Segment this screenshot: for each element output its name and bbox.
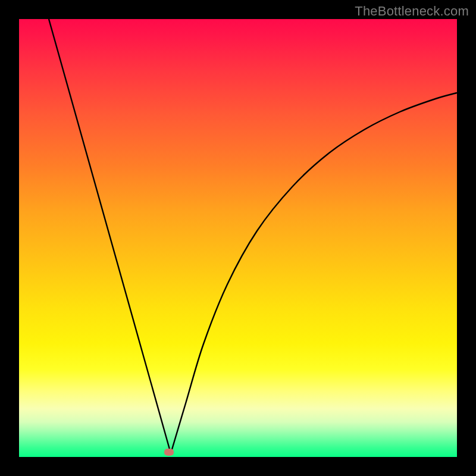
bottleneck-curve [19, 19, 457, 457]
dip-marker [164, 449, 174, 456]
plot-area [19, 19, 457, 457]
watermark-text: TheBottleneck.com [355, 4, 469, 19]
chart-frame: TheBottleneck.com [0, 0, 476, 476]
